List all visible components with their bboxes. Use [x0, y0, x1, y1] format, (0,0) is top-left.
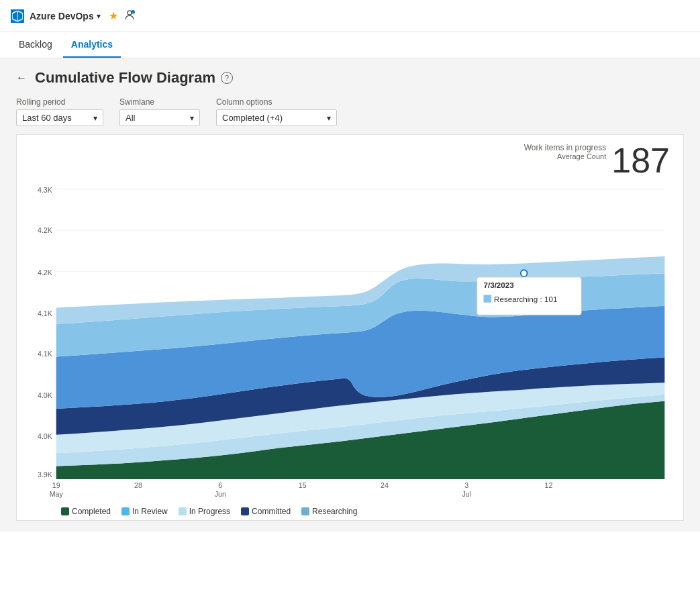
rolling-period-chevron-icon: ▾	[93, 113, 97, 123]
svg-text:6: 6	[218, 481, 222, 489]
legend-researching-label: Researching	[312, 507, 357, 516]
svg-text:7/3/2023: 7/3/2023	[483, 281, 514, 289]
swimlane-value: All	[126, 113, 135, 123]
svg-text:4.0K: 4.0K	[38, 432, 52, 440]
title-row: ← Cumulative Flow Diagram ?	[16, 69, 684, 87]
legend-in-progress-label: In Progress	[189, 507, 230, 516]
legend-completed-label: Completed	[72, 507, 111, 516]
nav-tabs: Backlog Analytics	[0, 32, 700, 58]
rolling-period-filter: Rolling period Last 60 days ▾	[16, 97, 103, 126]
swimlane-chevron-icon: ▾	[190, 113, 194, 123]
svg-text:28: 28	[134, 481, 142, 489]
column-options-chevron-icon: ▾	[327, 113, 331, 123]
page-content: ← Cumulative Flow Diagram ? Rolling peri…	[0, 58, 700, 532]
svg-text:15: 15	[299, 481, 307, 489]
svg-text:Researching : 101: Researching : 101	[494, 295, 557, 303]
svg-text:4.1K: 4.1K	[38, 309, 52, 317]
legend-committed-dot	[241, 507, 249, 515]
legend-completed-dot	[61, 507, 69, 515]
rolling-period-label: Rolling period	[16, 97, 103, 107]
legend-in-progress: In Progress	[179, 507, 230, 516]
legend-in-review-dot	[121, 507, 130, 515]
swimlane-select[interactable]: All ▾	[119, 109, 200, 126]
page-title: Cumulative Flow Diagram	[35, 69, 215, 87]
legend-researching: Researching	[301, 507, 357, 516]
legend-in-review: In Review	[121, 507, 168, 516]
svg-point-3	[128, 11, 132, 15]
wip-sublabel: Average Count	[524, 152, 606, 160]
back-button[interactable]: ←	[16, 72, 27, 84]
legend-committed-label: Committed	[252, 507, 291, 516]
rolling-period-select[interactable]: Last 60 days ▾	[16, 109, 103, 126]
app-header: Azure DevOps ▾ ★ +	[0, 0, 700, 32]
wip-label: Work items in progress	[524, 143, 606, 152]
svg-text:4.3K: 4.3K	[38, 186, 52, 194]
rolling-period-value: Last 60 days	[22, 113, 72, 123]
tab-backlog[interactable]: Backlog	[11, 32, 60, 58]
svg-text:19: 19	[52, 481, 60, 489]
column-options-select[interactable]: Completed (+4) ▾	[216, 109, 337, 126]
legend-committed: Committed	[241, 507, 291, 516]
app-title-chevron-icon[interactable]: ▾	[97, 11, 101, 21]
app-title: Azure DevOps	[30, 11, 94, 21]
svg-text:4.1K: 4.1K	[38, 350, 52, 358]
app-logo	[11, 9, 24, 23]
svg-rect-23	[483, 295, 491, 303]
tab-analytics[interactable]: Analytics	[63, 32, 121, 58]
person-icon[interactable]: +	[123, 9, 136, 23]
cfd-chart: 4.3K 4.2K 4.2K 4.1K 4.1K 4.0K 4.0K 3.9K	[28, 143, 672, 499]
swimlane-filter: Swimlane All ▾	[119, 97, 200, 126]
wip-indicator: Work items in progress Average Count 187	[524, 143, 670, 178]
chart-legend: Completed In Review In Progress Committe…	[28, 501, 672, 520]
svg-text:3: 3	[464, 481, 468, 489]
favorite-icon[interactable]: ★	[109, 9, 118, 22]
svg-text:Jun: Jun	[215, 490, 226, 498]
svg-text:May: May	[50, 490, 64, 498]
svg-text:12: 12	[545, 481, 553, 489]
legend-completed: Completed	[61, 507, 111, 516]
legend-in-progress-dot	[179, 507, 187, 515]
column-options-filter: Column options Completed (+4) ▾	[216, 97, 337, 126]
svg-text:4.0K: 4.0K	[38, 391, 52, 399]
filters-row: Rolling period Last 60 days ▾ Swimlane A…	[16, 97, 684, 126]
column-options-value: Completed (+4)	[222, 113, 283, 123]
svg-text:4.2K: 4.2K	[38, 226, 52, 234]
tooltip-dot	[521, 270, 528, 277]
swimlane-label: Swimlane	[119, 97, 200, 107]
svg-text:4.2K: 4.2K	[38, 268, 52, 277]
column-options-label: Column options	[216, 97, 337, 107]
svg-text:Jul: Jul	[462, 490, 471, 498]
legend-in-review-label: In Review	[132, 507, 168, 516]
wip-count: 187	[611, 143, 670, 178]
svg-text:24: 24	[381, 481, 389, 489]
svg-text:+: +	[132, 11, 134, 15]
svg-text:3.9K: 3.9K	[38, 470, 52, 479]
help-icon[interactable]: ?	[221, 72, 233, 84]
chart-wrapper: Work items in progress Average Count 187…	[16, 134, 684, 521]
legend-researching-dot	[301, 507, 309, 515]
